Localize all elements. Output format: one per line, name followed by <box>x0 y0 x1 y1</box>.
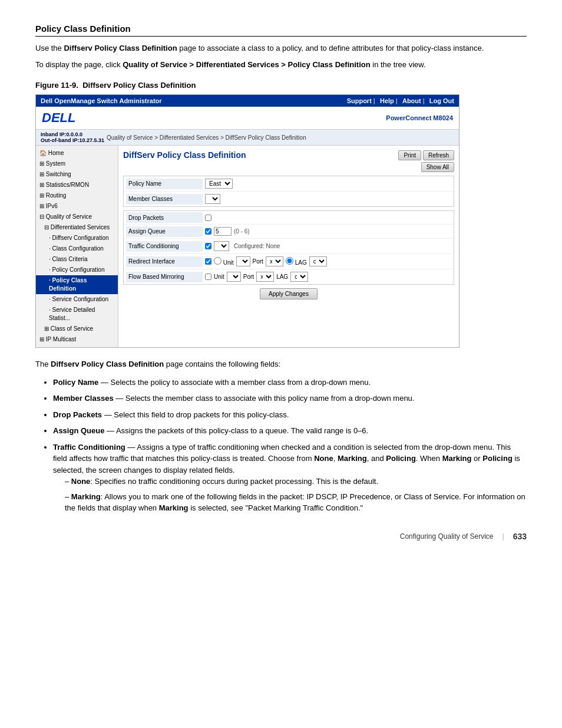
bullet-drop-packets: Drop Packets — Select this field to drop… <box>53 409 527 421</box>
policy-name-value: East <box>203 177 451 190</box>
sidebar-item-qos[interactable]: ⊟ Quality of Service <box>36 212 118 222</box>
flow-mirroring-checkbox[interactable] <box>205 274 211 280</box>
assign-queue-label: Assign Queue <box>126 226 203 237</box>
port-select[interactable]: xg3 <box>266 256 283 266</box>
flow-mirroring-label: Flow Based Mirroring <box>126 272 203 282</box>
flow-mirroring-row: Flow Based Mirroring Unit 1 Port xg3 LAG… <box>124 269 454 284</box>
sub-bullet-list: None: Specifies no traffic conditioning … <box>65 476 527 514</box>
bullet-traffic-conditioning: Traffic Conditioning — Assigns a type of… <box>53 442 527 514</box>
sc-breadcrumb-bar: Inband IP:0.0.0.0 Out-of-band IP:10.27.5… <box>36 130 459 146</box>
sc-logo-bar: DELL PowerConnect M8024 <box>36 107 459 130</box>
show-all-button[interactable]: Show All <box>421 162 454 172</box>
member-classes-value <box>203 193 451 205</box>
policy-name-row: Policy Name East <box>124 176 454 192</box>
bullet-member-classes: Member Classes — Selects the member clas… <box>53 393 527 404</box>
drop-packets-row: Drop Packets <box>124 211 454 225</box>
sub-bullet-marking: Marking: Allows you to mark one of the f… <box>65 491 527 514</box>
sidebar-item-ipv6[interactable]: ⊞ IPv6 <box>36 201 118 212</box>
page-footer: Configuring Quality of Service | 633 <box>35 532 527 541</box>
assign-queue-input[interactable] <box>214 227 232 236</box>
sc-inband: Inband IP:0.0.0.0 Out-of-band IP:10.27.5… <box>41 131 104 143</box>
sidebar-item-ip-multicast[interactable]: ⊞ IP Multicast <box>36 334 118 345</box>
member-classes-row: Member Classes <box>124 192 454 206</box>
refresh-button[interactable]: Refresh <box>423 150 454 160</box>
sc-form-section-2: Drop Packets Assign Queue (0 - 6) <box>123 210 454 285</box>
unit-radio-label: Unit <box>214 257 234 266</box>
sc-btn-group: Print Refresh Show All <box>398 150 454 172</box>
sc-body: 🏠 Home ⊞ System ⊞ Switching ⊞ Statistics… <box>36 146 459 347</box>
drop-packets-checkbox[interactable] <box>205 215 211 221</box>
app-title: Dell OpenManage Switch Administrator <box>41 97 162 104</box>
intro-para-2: To display the page, click Quality of Se… <box>35 59 527 71</box>
page-number: 633 <box>513 532 527 541</box>
sidebar-item-class-criteria[interactable]: · Class Criteria <box>36 254 118 265</box>
flow-lag-select[interactable]: ch1 <box>290 272 308 282</box>
sc-main-title: DiffServ Policy Class Definition <box>123 150 246 160</box>
sidebar-item-class-config[interactable]: · Class Configuration <box>36 243 118 254</box>
sidebar-item-switching[interactable]: ⊞ Switching <box>36 169 118 180</box>
sidebar-item-policy-class-def[interactable]: · Policy Class Definition <box>36 275 118 294</box>
traffic-conditioning-checkbox[interactable] <box>205 243 211 249</box>
sidebar-item-diffserv[interactable]: ⊟ Differentiated Services <box>36 222 118 233</box>
assign-queue-checkbox[interactable] <box>205 228 211 235</box>
figure-label: Figure 11-9. Diffserv Policy Class Defin… <box>35 81 527 90</box>
assign-queue-range: (0 - 6) <box>234 228 250 235</box>
apply-changes-button[interactable]: Apply Changes <box>260 288 318 299</box>
about-link[interactable]: About <box>402 97 425 104</box>
sidebar-item-home[interactable]: 🏠 Home <box>36 148 118 159</box>
body-text: The Diffserv Policy Class Definition pag… <box>35 358 527 371</box>
redirect-interface-label: Redirect Interface <box>126 256 203 267</box>
redirect-interface-value: Unit 1 Port xg3 LAG ch1 <box>203 255 451 268</box>
help-link[interactable]: Help <box>380 97 398 104</box>
drop-packets-value <box>203 213 451 222</box>
sidebar-item-service-stats[interactable]: · Service Detailed Statist... <box>36 305 118 324</box>
member-classes-label: Member Classes <box>126 194 203 205</box>
footer-separator: | <box>503 532 504 541</box>
section-title: Policy Class Definition <box>35 24 527 37</box>
traffic-conditioning-row: Traffic Conditioning Configured: None <box>124 239 454 254</box>
traffic-conditioning-value: Configured: None <box>203 240 451 252</box>
sc-main-header: DiffServ Policy Class Definition Print R… <box>123 150 454 172</box>
sidebar-item-policy-config[interactable]: · Policy Configuration <box>36 265 118 275</box>
configured-none: Configured: None <box>234 243 280 249</box>
bullet-assign-queue: Assign Queue — Assigns the packets of th… <box>53 425 527 437</box>
bullet-policy-name: Policy Name — Selects the policy to asso… <box>53 377 527 388</box>
flow-unit-select[interactable]: 1 <box>227 272 241 282</box>
unit-select[interactable]: 1 <box>236 256 250 266</box>
logout-link[interactable]: Log Out <box>429 97 454 104</box>
dell-logo: DELL <box>42 110 75 126</box>
flow-port-select[interactable]: xg3 <box>256 272 274 282</box>
redirect-interface-checkbox[interactable] <box>205 258 211 265</box>
intro-para-1: Use the Diffserv Policy Class Definition… <box>35 42 527 54</box>
traffic-conditioning-label: Traffic Conditioning <box>126 241 203 252</box>
support-link[interactable]: Support <box>347 97 375 104</box>
screenshot: Dell OpenManage Switch Administrator Sup… <box>35 94 459 348</box>
sidebar-item-service-config[interactable]: · Service Configuration <box>36 294 118 305</box>
sc-header: Dell OpenManage Switch Administrator Sup… <box>36 95 459 107</box>
sidebar-item-routing[interactable]: ⊞ Routing <box>36 190 118 201</box>
unit-radio[interactable] <box>214 257 222 265</box>
breadcrumb-text: Quality of Service > Differentiated Serv… <box>107 134 306 141</box>
sc-sidebar: 🏠 Home ⊞ System ⊞ Switching ⊞ Statistics… <box>36 146 118 347</box>
flow-mirroring-value: Unit 1 Port xg3 LAG ch1 <box>203 271 451 283</box>
lag-select[interactable]: ch1 <box>309 256 327 266</box>
sub-bullet-none: None: Specifies no traffic conditioning … <box>65 476 527 487</box>
lag-radio[interactable] <box>286 257 293 265</box>
redirect-interface-row: Redirect Interface Unit 1 Port xg3 LAG <box>124 254 454 269</box>
sidebar-item-statistics[interactable]: ⊞ Statistics/RMON <box>36 180 118 190</box>
traffic-conditioning-select[interactable] <box>214 241 229 251</box>
sidebar-item-diffserv-config[interactable]: · Diffserv Configuration <box>36 233 118 243</box>
sidebar-item-cos[interactable]: ⊞ Class of Service <box>36 324 118 334</box>
print-button[interactable]: Print <box>398 150 421 160</box>
lag-radio-label: LAG <box>286 257 307 266</box>
drop-packets-label: Drop Packets <box>126 212 203 223</box>
member-classes-select[interactable] <box>205 194 220 204</box>
policy-name-select[interactable]: East <box>205 179 233 189</box>
sidebar-item-system[interactable]: ⊞ System <box>36 159 118 169</box>
policy-name-label: Policy Name <box>126 179 203 189</box>
assign-queue-row: Assign Queue (0 - 6) <box>124 225 454 239</box>
product-name: PowerConnect M8024 <box>386 114 453 121</box>
assign-queue-value: (0 - 6) <box>203 226 451 237</box>
sc-header-right: Support Help About Log Out <box>347 97 454 104</box>
sc-form-section-1: Policy Name East Member Classes <box>123 176 454 207</box>
